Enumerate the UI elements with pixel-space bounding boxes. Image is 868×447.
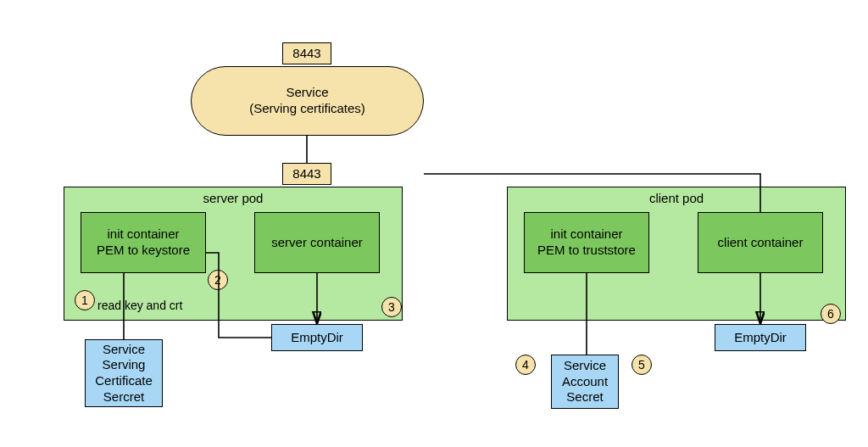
client-init-container: init container PEM to truststore [524, 212, 649, 273]
server-emptydir: EmptyDir [271, 324, 363, 351]
badge-2: 2 [208, 270, 228, 290]
port-label: 8443 [292, 166, 320, 182]
badge-1: 1 [75, 290, 95, 310]
service-title: Service (Serving certificates) [249, 85, 365, 117]
service-port-top: 8443 [282, 42, 331, 64]
server-serving-secret-label: Service Serving Certificate Sercret [95, 342, 153, 405]
client-container-label: client container [718, 235, 804, 251]
client-account-secret: Service Account Secret [551, 355, 619, 409]
badge-4: 4 [515, 355, 536, 375]
client-account-secret-label: Service Account Secret [562, 358, 608, 405]
badge-1-label: 1 [81, 293, 88, 307]
client-emptydir-label: EmptyDir [734, 330, 787, 346]
client-pod-title: client pod [508, 191, 845, 207]
client-container: client container [698, 212, 823, 273]
badge-3-label: 3 [388, 300, 395, 314]
badge-2-label: 2 [214, 273, 221, 287]
server-serving-secret: Service Serving Certificate Sercret [85, 339, 163, 407]
server-init-container-label: init container PEM to keystore [97, 226, 190, 259]
server-container: server container [254, 212, 380, 273]
badge-3: 3 [381, 297, 402, 317]
service-oval: Service (Serving certificates) [191, 66, 424, 136]
read-key-crt-label: read key and crt [97, 299, 182, 313]
service-port-bottom: 8443 [282, 163, 331, 185]
badge-6: 6 [821, 304, 841, 324]
port-label: 8443 [292, 46, 320, 62]
server-pod-title: server pod [64, 191, 402, 207]
badge-6-label: 6 [827, 307, 834, 321]
badge-4-label: 4 [522, 358, 529, 372]
server-container-label: server container [271, 235, 363, 251]
client-emptydir: EmptyDir [715, 324, 806, 351]
badge-5: 5 [632, 355, 652, 375]
diagram-stage: 8443 Service (Serving certificates) 8443… [0, 0, 868, 447]
server-init-container: init container PEM to keystore [81, 212, 206, 273]
client-init-container-label: init container PEM to truststore [537, 226, 636, 259]
server-emptydir-label: EmptyDir [291, 330, 343, 346]
badge-5-label: 5 [638, 358, 645, 372]
